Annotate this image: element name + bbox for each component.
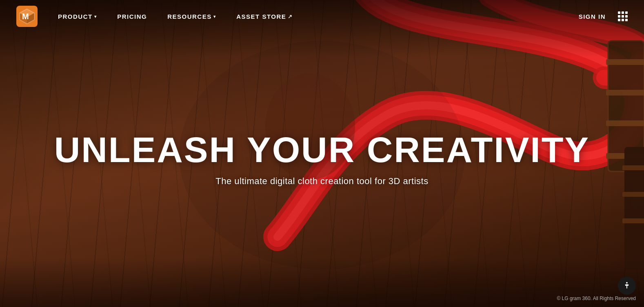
hero-content: UNLEASH YOUR CREATIVITY The ultimate dig… — [0, 131, 644, 187]
logo[interactable]: M — [16, 6, 38, 27]
logo-icon: M — [16, 6, 38, 27]
accessibility-icon — [622, 281, 631, 290]
sign-in-button[interactable]: SIGN IN — [579, 13, 606, 20]
svg-point-19 — [626, 282, 628, 284]
hero-title: UNLEASH YOUR CREATIVITY — [8, 131, 636, 169]
resources-chevron-icon: ▾ — [213, 14, 216, 19]
grid-dot — [622, 19, 624, 21]
nav-resources[interactable]: RESOURCES ▾ — [167, 13, 216, 20]
grid-dot — [622, 15, 624, 18]
nav-right: SIGN IN — [579, 11, 628, 21]
hero-section: M PRODUCT ▾ PRICING RESOURCES ▾ ASSET ST… — [0, 0, 644, 307]
copyright-text: © LG gram 360. All Rights Reserved — [557, 296, 636, 301]
grid-dot — [625, 15, 628, 18]
nav-links: PRODUCT ▾ PRICING RESOURCES ▾ ASSET STOR… — [58, 13, 579, 20]
external-link-icon: ↗ — [288, 13, 293, 20]
nav-asset-store[interactable]: ASSET STORE ↗ — [236, 13, 293, 20]
grid-dot — [618, 11, 620, 14]
navbar: M PRODUCT ▾ PRICING RESOURCES ▾ ASSET ST… — [0, 0, 644, 33]
accessibility-button[interactable] — [618, 277, 636, 295]
svg-text:M: M — [22, 12, 29, 21]
hero-subtitle: The ultimate digital cloth creation tool… — [8, 176, 636, 187]
nav-product[interactable]: PRODUCT ▾ — [58, 13, 97, 20]
overlay-bottom — [0, 258, 644, 307]
product-chevron-icon: ▾ — [94, 14, 97, 19]
grid-dot — [625, 11, 628, 14]
grid-dot — [625, 19, 628, 21]
nav-pricing[interactable]: PRICING — [117, 13, 147, 20]
grid-dot — [618, 15, 620, 18]
grid-dot — [618, 19, 620, 21]
grid-dot — [622, 11, 624, 14]
apps-grid-button[interactable] — [618, 11, 628, 21]
